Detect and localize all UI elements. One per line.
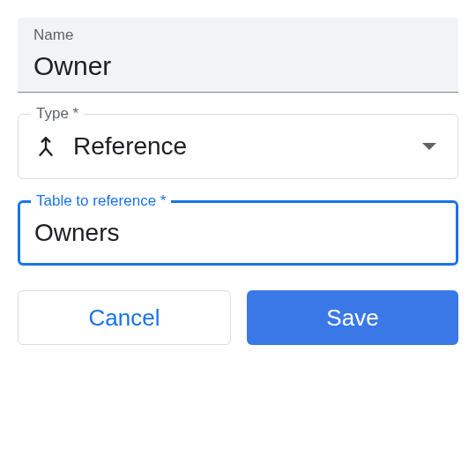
table-reference-label: Table to reference * [31,192,171,210]
type-select[interactable]: Type * Reference [18,114,458,179]
type-label: Type * [31,105,84,123]
name-field-container[interactable]: Name [18,18,458,93]
cancel-button[interactable]: Cancel [18,290,231,345]
type-value: Reference [73,132,422,161]
table-reference-field[interactable]: Table to reference * [18,200,458,266]
table-reference-input[interactable] [34,219,442,247]
save-button[interactable]: Save [247,290,458,345]
dialog-actions: Cancel Save [18,290,458,345]
name-label: Name [33,26,443,44]
merge-icon [34,135,57,158]
name-input[interactable] [33,51,443,81]
chevron-down-icon [422,143,436,150]
